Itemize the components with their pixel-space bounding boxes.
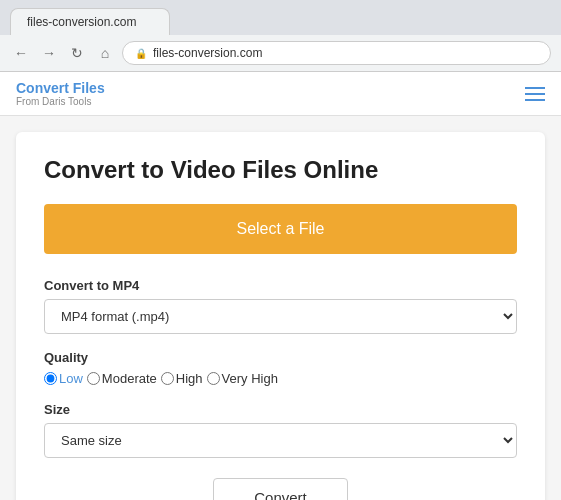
- quality-option-low: Low: [44, 371, 83, 386]
- address-bar[interactable]: 🔒 files-conversion.com: [122, 41, 551, 65]
- quality-label-very-high[interactable]: Very High: [222, 371, 278, 386]
- quality-radio-high[interactable]: [161, 372, 174, 385]
- browser-chrome: files-conversion.com ← → ↻ ⌂ 🔒 files-con…: [0, 0, 561, 72]
- reload-button[interactable]: ↻: [66, 42, 88, 64]
- lock-icon: 🔒: [135, 48, 147, 59]
- quality-label: Quality: [44, 350, 517, 365]
- quality-option-very-high: Very High: [207, 371, 278, 386]
- quality-radio-low[interactable]: [44, 372, 57, 385]
- hamburger-line-3: [525, 99, 545, 101]
- back-button[interactable]: ←: [10, 42, 32, 64]
- address-bar-row: ← → ↻ ⌂ 🔒 files-conversion.com: [0, 35, 561, 71]
- quality-group: Quality Low Moderate High Very High: [44, 350, 517, 386]
- size-group: Size Same size 320x240 640x480 1280x720 …: [44, 402, 517, 458]
- quality-radio-moderate[interactable]: [87, 372, 100, 385]
- app-header: Convert Files From Daris Tools: [0, 72, 561, 116]
- home-button[interactable]: ⌂: [94, 42, 116, 64]
- size-label: Size: [44, 402, 517, 417]
- tab-title: files-conversion.com: [27, 15, 136, 29]
- convert-to-label: Convert to MP4: [44, 278, 517, 293]
- app-logo-title: Convert Files: [16, 80, 105, 96]
- url-text: files-conversion.com: [153, 46, 262, 60]
- convert-to-group: Convert to MP4 MP4 format (.mp4) AVI for…: [44, 278, 517, 334]
- forward-button[interactable]: →: [38, 42, 60, 64]
- quality-label-high[interactable]: High: [176, 371, 203, 386]
- format-select[interactable]: MP4 format (.mp4) AVI format (.avi) MOV …: [44, 299, 517, 334]
- quality-label-low[interactable]: Low: [59, 371, 83, 386]
- hamburger-button[interactable]: [525, 87, 545, 101]
- page-title: Convert to Video Files Online: [44, 156, 517, 184]
- content-card: Convert to Video Files Online Select a F…: [16, 132, 545, 500]
- hamburger-line-2: [525, 93, 545, 95]
- convert-button[interactable]: Convert: [213, 478, 348, 500]
- app-logo-sub: From Daris Tools: [16, 96, 105, 107]
- quality-options: Low Moderate High Very High: [44, 371, 517, 386]
- main-content: Convert to Video Files Online Select a F…: [0, 116, 561, 500]
- browser-tab[interactable]: files-conversion.com: [10, 8, 170, 35]
- select-file-button[interactable]: Select a File: [44, 204, 517, 254]
- tab-bar: files-conversion.com: [0, 0, 561, 35]
- app-logo: Convert Files From Daris Tools: [16, 80, 105, 107]
- quality-option-high: High: [161, 371, 203, 386]
- hamburger-line-1: [525, 87, 545, 89]
- quality-radio-very-high[interactable]: [207, 372, 220, 385]
- quality-option-moderate: Moderate: [87, 371, 157, 386]
- size-select[interactable]: Same size 320x240 640x480 1280x720 1920x…: [44, 423, 517, 458]
- quality-label-moderate[interactable]: Moderate: [102, 371, 157, 386]
